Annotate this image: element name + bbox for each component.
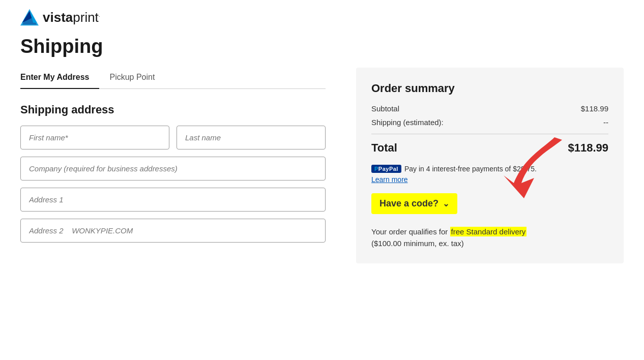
total-value: $118.99 [568, 141, 608, 155]
first-name-input[interactable] [20, 126, 169, 149]
paypal-row: PPayPal Pay in 4 interest-free payments … [371, 165, 608, 173]
address2-input[interactable] [20, 219, 326, 243]
shipping-value: -- [603, 118, 608, 127]
company-input[interactable] [20, 157, 326, 181]
subtotal-label: Subtotal [371, 104, 399, 113]
last-name-input[interactable] [177, 126, 326, 149]
learn-more-link[interactable]: Learn more [371, 175, 408, 184]
logo[interactable]: vistaprint. [20, 8, 100, 26]
name-row [20, 126, 326, 149]
address2-wrapper [20, 219, 326, 243]
have-a-code-label: Have a code? [379, 198, 438, 209]
paypal-section: PPayPal Pay in 4 interest-free payments … [371, 165, 608, 184]
order-summary-title: Order summary [371, 82, 608, 95]
shipping-label: Shipping (estimated): [371, 118, 444, 127]
total-label: Total [371, 141, 397, 155]
free-delivery-text: Your order qualifies for free Standard d… [371, 226, 608, 249]
shipping-address-title: Shipping address [20, 103, 326, 116]
tab-pickup-point[interactable]: Pickup Point [99, 68, 165, 89]
free-delivery-sub: ($100.00 minimum, ex. tax) [371, 239, 464, 248]
code-section: Have a code? ⌄ [371, 193, 608, 226]
total-row: Total $118.99 [371, 141, 608, 155]
logo-text: vistaprint. [43, 10, 100, 25]
address1-input[interactable] [20, 188, 326, 212]
paypal-logo: PPayPal [371, 165, 401, 173]
company-wrapper [20, 157, 326, 181]
paypal-text: Pay in 4 interest-free payments of $29.7… [404, 165, 537, 173]
chevron-down-icon: ⌄ [443, 199, 449, 208]
summary-divider [371, 134, 608, 134]
shipping-row: Shipping (estimated): -- [371, 118, 608, 127]
tab-enter-address[interactable]: Enter My Address [20, 68, 99, 89]
address1-wrapper [20, 188, 326, 212]
subtotal-row: Subtotal $118.99 [371, 104, 608, 113]
tab-bar: Enter My Address Pickup Point [20, 68, 326, 89]
page-title: Shipping [20, 36, 624, 57]
have-a-code-button[interactable]: Have a code? ⌄ [371, 193, 457, 214]
subtotal-value: $118.99 [581, 104, 608, 113]
header: vistaprint. [20, 0, 624, 32]
order-summary-panel: Order summary Subtotal $118.99 Shipping … [356, 68, 624, 263]
free-delivery-highlight: free Standard delivery [450, 227, 527, 236]
left-column: Enter My Address Pickup Point Shipping a… [20, 68, 326, 263]
